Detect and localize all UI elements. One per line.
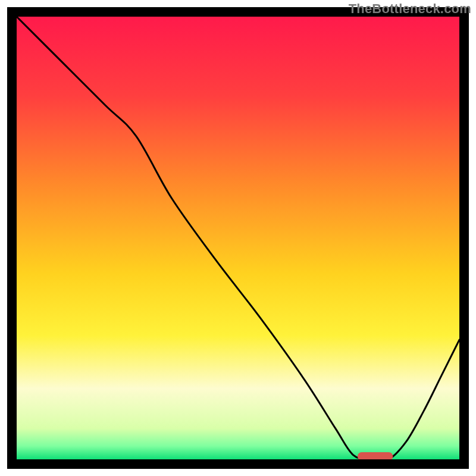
watermark-text: TheBottleneck.com — [349, 1, 471, 17]
chart-svg — [0, 0, 476, 476]
chart-container: { "watermark": "TheBottleneck.com", "col… — [0, 0, 476, 476]
optimal-range-marker — [358, 452, 393, 461]
